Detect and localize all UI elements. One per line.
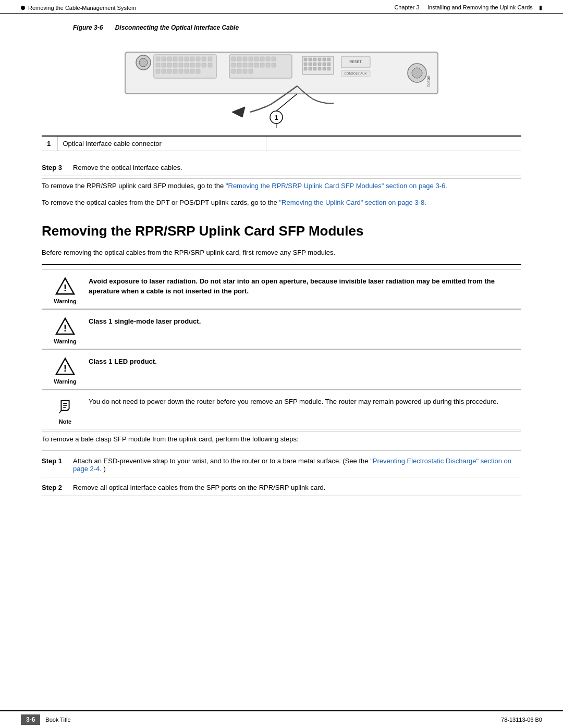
svg-rect-76 (327, 67, 331, 70)
step-intro: To remove a bale clasp SFP module from t… (42, 434, 521, 445)
header-breadcrumb: Removing the Cable-Management System (28, 5, 136, 11)
svg-rect-49 (231, 69, 236, 73)
svg-rect-68 (318, 63, 321, 66)
warning-label-2: Warning (54, 338, 77, 344)
svg-rect-16 (167, 63, 172, 67)
svg-rect-5 (162, 57, 166, 61)
footer-doc-num: 78-13113-06 B0 (501, 717, 542, 723)
svg-rect-63 (323, 58, 326, 61)
svg-rect-24 (156, 69, 160, 73)
svg-rect-25 (162, 69, 166, 73)
svg-rect-9 (185, 57, 189, 61)
svg-point-82 (412, 68, 422, 78)
divider-1 (42, 178, 521, 179)
svg-rect-36 (249, 57, 253, 61)
header-dot (21, 6, 25, 10)
svg-rect-7 (173, 57, 177, 61)
svg-rect-42 (237, 63, 241, 67)
figure-caption: Figure 3-6 Disconnecting the Optical Int… (42, 24, 521, 31)
step-2-row: Step 2 Remove all optical interface cabl… (42, 479, 521, 496)
svg-rect-21 (196, 63, 200, 67)
svg-rect-26 (167, 69, 172, 73)
step-2-text: Remove all optical interface cables from… (73, 484, 521, 491)
warning-text-3: Class 1 LED product. (89, 354, 521, 367)
svg-rect-50 (237, 69, 241, 73)
divider-3 (42, 450, 521, 451)
step-1-label: Step 1 (42, 457, 73, 465)
svg-rect-28 (179, 69, 183, 73)
svg-rect-12 (202, 57, 206, 61)
svg-rect-44 (249, 63, 253, 67)
svg-rect-66 (309, 63, 312, 66)
footer-left: 3-6 Book Title (21, 714, 71, 725)
svg-text:1: 1 (274, 114, 278, 121)
page-header: Removing the Cable-Management System Cha… (0, 0, 563, 14)
svg-rect-10 (190, 57, 194, 61)
svg-text:RESET: RESET (349, 60, 362, 64)
svg-rect-69 (323, 63, 326, 66)
step-1-text-after: ) (104, 465, 106, 473)
svg-line-56 (276, 94, 297, 111)
svg-rect-74 (318, 67, 321, 70)
svg-rect-40 (272, 57, 276, 61)
svg-rect-15 (162, 63, 166, 67)
para-2-text: To remove the optical cables from the DP… (42, 199, 279, 206)
svg-rect-20 (190, 63, 194, 67)
step-2-label: Step 2 (42, 484, 73, 491)
warning-icon-3: ! (55, 356, 75, 376)
svg-rect-33 (231, 57, 236, 61)
svg-rect-30 (190, 69, 194, 73)
callout-description: Optical interface cable connector (57, 136, 266, 151)
svg-rect-17 (173, 63, 177, 67)
page-number: 3-6 (21, 714, 40, 725)
chapter-label: Chapter 3 (394, 4, 419, 10)
svg-rect-72 (309, 67, 312, 70)
svg-rect-8 (179, 57, 183, 61)
step-1-content: Attach an ESD-preventive strap to your w… (73, 457, 521, 473)
main-content: Figure 3-6 Disconnecting the Optical Int… (0, 14, 563, 540)
warning-icon-2: ! (55, 316, 75, 336)
warning-block-3: ! Warning Class 1 LED product. (42, 350, 521, 389)
step-3-text: Remove the optical interface cables. (73, 164, 521, 171)
svg-rect-52 (249, 69, 253, 73)
svg-rect-4 (156, 57, 160, 61)
svg-text:!: ! (64, 363, 67, 374)
warning-label-1: Warning (54, 298, 77, 304)
callout-number: 1 (42, 136, 57, 151)
svg-rect-35 (243, 57, 247, 61)
svg-rect-14 (156, 63, 160, 67)
step-3-label: Step 3 (42, 164, 73, 171)
divider-2 (42, 431, 521, 432)
note-block: Note You do not need to power down the r… (42, 390, 521, 429)
svg-text:CONSOLE AUX: CONSOLE AUX (344, 72, 366, 75)
warning-label-3: Warning (54, 378, 77, 385)
svg-rect-43 (243, 63, 247, 67)
svg-rect-60 (309, 58, 312, 61)
svg-rect-71 (304, 67, 307, 70)
intro-para: Before removing the optical cables from … (42, 248, 521, 258)
svg-rect-27 (173, 69, 177, 73)
warning-left-3: ! Warning (42, 354, 89, 385)
warning-left-1: ! Warning (42, 274, 89, 304)
para-2: To remove the optical cables from the DP… (42, 198, 521, 208)
svg-point-2 (139, 58, 148, 67)
para-1-link[interactable]: "Removing the RPR/SRP Uplink Card SFP Mo… (226, 182, 447, 190)
svg-rect-47 (266, 63, 270, 67)
svg-rect-34 (237, 57, 241, 61)
diagram-container: 1 (42, 36, 521, 130)
svg-rect-67 (313, 63, 316, 66)
svg-rect-29 (185, 69, 189, 73)
svg-rect-38 (260, 57, 264, 61)
chapter-title: Installing and Removing the Uplink Cards (427, 4, 533, 10)
svg-rect-62 (318, 58, 321, 61)
step-1-text: Attach an ESD-preventive strap to your w… (73, 457, 370, 465)
svg-rect-19 (185, 63, 189, 67)
svg-rect-23 (208, 63, 212, 67)
para-2-link[interactable]: "Removing the Uplink Card" section on pa… (279, 199, 426, 206)
note-left: Note (42, 394, 89, 425)
svg-rect-13 (208, 57, 212, 61)
warning-block-2: ! Warning Class 1 single-mode laser prod… (42, 310, 521, 349)
page-footer: 3-6 Book Title 78-13113-06 B0 (0, 710, 563, 728)
svg-rect-75 (323, 67, 326, 70)
svg-rect-65 (304, 63, 307, 66)
